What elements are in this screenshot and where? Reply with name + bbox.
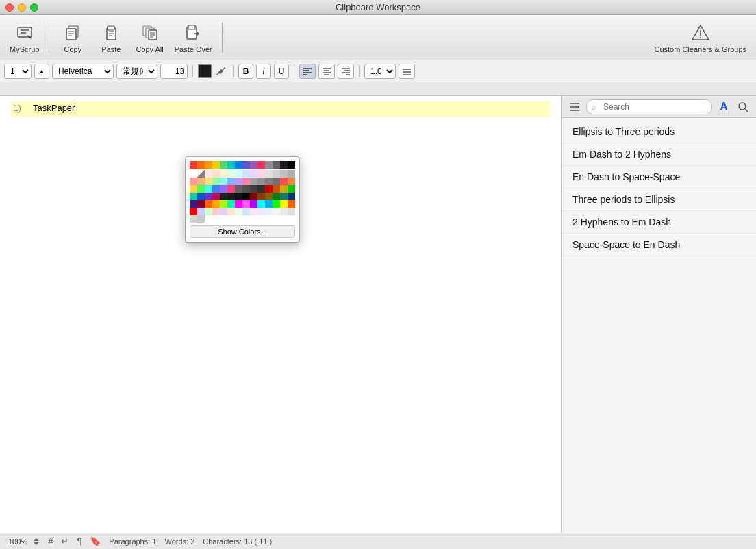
line-spacing-select[interactable]: 1.0	[364, 64, 396, 79]
cd6[interactable]	[197, 193, 205, 200]
cg9[interactable]	[235, 185, 242, 193]
italic-button[interactable]: I	[256, 64, 271, 79]
ce3[interactable]	[265, 193, 273, 200]
close-button[interactable]	[5, 3, 14, 12]
align-left-button[interactable]	[299, 64, 316, 79]
color-dark-gray[interactable]	[273, 161, 280, 169]
sidebar-search-input[interactable]	[586, 99, 712, 114]
ch3[interactable]	[235, 208, 242, 215]
cf8[interactable]	[288, 200, 295, 208]
cc7[interactable]	[250, 170, 257, 178]
color-teal[interactable]	[227, 161, 235, 169]
sidebar-menu-button[interactable]	[567, 99, 582, 114]
cf1[interactable]	[235, 200, 242, 208]
cf9[interactable]	[190, 208, 197, 215]
cd11[interactable]	[235, 193, 242, 200]
cc5[interactable]	[235, 170, 242, 178]
minimize-button[interactable]	[18, 3, 26, 12]
cd1[interactable]	[265, 185, 273, 193]
color-white[interactable]	[190, 170, 197, 178]
sidebar-item-0[interactable]: Ellipsis to Three periods	[562, 121, 756, 143]
cr5[interactable]	[220, 178, 227, 185]
align-center-button[interactable]	[318, 64, 335, 79]
cc6[interactable]	[242, 170, 250, 178]
paste-button[interactable]: Paste	[93, 19, 129, 56]
cg1[interactable]	[280, 178, 288, 185]
color-green[interactable]	[220, 161, 227, 169]
color-red[interactable]	[190, 161, 197, 169]
ce6[interactable]	[288, 193, 295, 200]
cr1[interactable]	[190, 178, 197, 185]
align-right-button[interactable]	[338, 64, 354, 79]
color-yellow[interactable]	[212, 161, 220, 169]
cf3[interactable]	[250, 200, 257, 208]
cd12[interactable]	[242, 193, 250, 200]
cg8[interactable]	[227, 185, 235, 193]
ce4[interactable]	[273, 193, 280, 200]
bold-button[interactable]: B	[238, 64, 253, 79]
cg12[interactable]	[257, 185, 265, 193]
cr3[interactable]	[205, 178, 212, 185]
color-black[interactable]	[288, 161, 295, 169]
cr4[interactable]	[212, 178, 220, 185]
ce5[interactable]	[280, 193, 288, 200]
ch2[interactable]	[227, 208, 235, 215]
ch12[interactable]	[197, 215, 205, 223]
ch7[interactable]	[265, 208, 273, 215]
zoom-stepper[interactable]	[33, 537, 40, 546]
ce7[interactable]	[190, 200, 197, 208]
color-near-black[interactable]	[280, 161, 288, 169]
cd8[interactable]	[212, 193, 220, 200]
cc1[interactable]	[205, 170, 212, 178]
ch6[interactable]	[257, 208, 265, 215]
cg6[interactable]	[212, 185, 220, 193]
color-indigo[interactable]	[242, 161, 250, 169]
cc9[interactable]	[265, 170, 273, 178]
cd2[interactable]	[273, 185, 280, 193]
color-orange-red[interactable]	[197, 161, 205, 169]
ch4[interactable]	[242, 208, 250, 215]
ce1[interactable]	[250, 193, 257, 200]
list-button[interactable]	[399, 64, 415, 79]
ce11[interactable]	[220, 200, 227, 208]
sidebar-filter-button[interactable]: A	[716, 99, 731, 114]
custom-cleaners-button[interactable]: Custom Cleaners & Groups	[651, 19, 751, 56]
style-up-button[interactable]: ▲	[34, 64, 49, 79]
cd3[interactable]	[280, 185, 288, 193]
cd5[interactable]	[190, 193, 197, 200]
color-purple[interactable]	[250, 161, 257, 169]
sidebar-item-2[interactable]: En Dash to Space-Space	[562, 166, 756, 188]
ce8[interactable]	[197, 200, 205, 208]
ce12[interactable]	[227, 200, 235, 208]
cr8[interactable]	[242, 178, 250, 185]
cf6[interactable]	[273, 200, 280, 208]
cr7[interactable]	[235, 178, 242, 185]
color-orange[interactable]	[205, 161, 212, 169]
style-select[interactable]: 1	[4, 64, 32, 79]
ch5[interactable]	[250, 208, 257, 215]
ch11[interactable]	[190, 215, 197, 223]
ch9[interactable]	[280, 208, 288, 215]
copy-all-button[interactable]: Copy All	[131, 19, 167, 56]
eyedropper-button[interactable]	[214, 64, 228, 78]
font-size-input[interactable]	[160, 64, 188, 79]
cr6[interactable]	[227, 178, 235, 185]
cg7[interactable]	[220, 185, 227, 193]
ch10[interactable]	[288, 208, 295, 215]
myscrub-button[interactable]: MyScrub	[5, 19, 43, 56]
cr11[interactable]	[265, 178, 273, 185]
cr10[interactable]	[257, 178, 265, 185]
cg4[interactable]	[197, 185, 205, 193]
cc3[interactable]	[220, 170, 227, 178]
text-color-box[interactable]	[198, 64, 212, 78]
color-transparent[interactable]	[197, 170, 205, 178]
editor-area[interactable]: 1) TaskPaper	[0, 96, 561, 533]
cg5[interactable]	[205, 185, 212, 193]
cd10[interactable]	[227, 193, 235, 200]
cf12[interactable]	[212, 208, 220, 215]
cf4[interactable]	[257, 200, 265, 208]
weight-select[interactable]: 常規体	[116, 64, 158, 79]
cc11[interactable]	[280, 170, 288, 178]
ch1[interactable]	[220, 208, 227, 215]
sidebar-item-3[interactable]: Three periods to Ellipsis	[562, 188, 756, 211]
